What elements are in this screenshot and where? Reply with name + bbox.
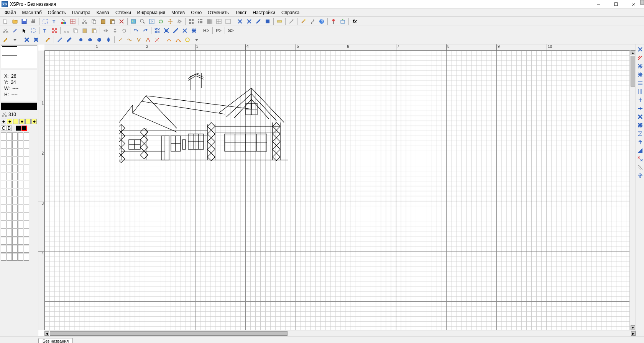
current-color-swatch[interactable] <box>1 103 37 110</box>
palette-cell[interactable] <box>7 181 12 188</box>
palette-cell[interactable] <box>7 157 12 164</box>
palette-cell[interactable] <box>1 165 6 172</box>
zoom-fit-button[interactable] <box>148 17 156 26</box>
r-stitch-star-sq[interactable] <box>637 71 644 78</box>
palette-cell[interactable] <box>24 157 29 164</box>
palette-cell[interactable] <box>7 245 12 253</box>
palette-cell[interactable] <box>12 197 18 204</box>
palette-cell[interactable] <box>12 245 18 253</box>
palette-cell[interactable] <box>12 237 18 245</box>
flip-v-button[interactable] <box>111 26 119 35</box>
palette-cell[interactable] <box>12 213 18 220</box>
undo-button[interactable] <box>132 26 140 35</box>
menu-undo[interactable]: Отменить <box>205 9 232 16</box>
copy2-button[interactable] <box>71 26 80 35</box>
grid-med-button[interactable] <box>196 17 205 26</box>
palette-cell[interactable] <box>24 205 29 212</box>
palette-cell[interactable] <box>7 237 12 245</box>
palette-cell[interactable] <box>1 253 6 261</box>
palette-cell[interactable] <box>12 173 18 180</box>
menu-window[interactable]: Окно <box>188 9 205 16</box>
menu-text[interactable]: Текст <box>232 9 250 16</box>
palette-cell[interactable] <box>1 140 6 148</box>
backstitch-thick-button[interactable] <box>65 36 73 44</box>
ruler-toggle-button[interactable] <box>275 17 284 26</box>
palette-cell[interactable] <box>18 173 23 180</box>
rect-select-button[interactable] <box>29 26 38 35</box>
palette-cell[interactable] <box>1 173 6 180</box>
export-button[interactable] <box>338 17 347 26</box>
function-button[interactable]: fx <box>350 17 359 26</box>
scroll-left-arrow[interactable]: ◀ <box>44 331 49 336</box>
menu-settings[interactable]: Настройки <box>250 9 278 16</box>
cursor-button[interactable] <box>20 26 28 35</box>
palette-cell[interactable] <box>7 140 12 148</box>
palette-cell[interactable] <box>1 181 6 188</box>
new-file-button[interactable] <box>2 17 10 26</box>
palette-cell[interactable] <box>18 197 23 204</box>
menu-area[interactable]: Область <box>45 9 69 16</box>
bead-button[interactable] <box>86 36 94 44</box>
scroll-thumb-v[interactable] <box>631 56 635 87</box>
circle-outline-button[interactable] <box>183 36 192 44</box>
stitch1-button[interactable] <box>153 26 161 35</box>
wand-button[interactable] <box>299 17 307 26</box>
palette-cell[interactable] <box>24 149 29 156</box>
grid-outline-button[interactable] <box>215 17 223 26</box>
r-stitch-hourglass[interactable] <box>637 130 644 137</box>
stitch3-button[interactable] <box>171 26 180 35</box>
palette-cell[interactable] <box>24 245 29 253</box>
image-button[interactable] <box>129 17 138 26</box>
palette-cell[interactable] <box>18 189 23 196</box>
palette-cell[interactable] <box>18 132 23 140</box>
zoom-button[interactable] <box>138 17 147 26</box>
special4-button[interactable] <box>144 36 152 44</box>
palette-cell[interactable] <box>7 253 12 261</box>
palette-cell[interactable] <box>1 245 6 253</box>
stitch4-button[interactable] <box>181 26 189 35</box>
stitch-type-3[interactable] <box>13 119 18 124</box>
palette-cell[interactable] <box>7 165 12 172</box>
paste-special-button[interactable] <box>108 17 117 26</box>
menu-motif[interactable]: Мотив <box>168 9 188 16</box>
stitch-diag-button[interactable] <box>254 17 263 26</box>
palette-cell[interactable] <box>24 197 29 204</box>
palette-cell[interactable] <box>12 189 18 196</box>
scroll-thumb-h[interactable] <box>50 331 288 336</box>
copy-button[interactable] <box>90 17 98 26</box>
r-stitch-up[interactable] <box>637 139 644 145</box>
refresh-button[interactable] <box>157 17 165 26</box>
menu-palette[interactable]: Палитра <box>69 9 94 16</box>
design-canvas[interactable] <box>44 51 629 330</box>
bead-round-button[interactable] <box>95 36 104 44</box>
r-stitch-cols[interactable] <box>637 88 644 95</box>
palette-cell[interactable] <box>18 237 23 245</box>
palette-cell[interactable] <box>1 205 6 212</box>
palette-cell[interactable] <box>1 213 6 220</box>
stitch-type-2[interactable]: ◆ <box>7 119 12 124</box>
palette-cell[interactable] <box>18 140 23 148</box>
palette-cell[interactable] <box>24 132 29 140</box>
flip-h-button[interactable] <box>102 26 110 35</box>
stitch-type-5[interactable] <box>25 119 31 124</box>
palette-cell[interactable] <box>18 149 23 156</box>
cross-outline-button[interactable] <box>32 36 40 44</box>
stitch-type-1[interactable]: ◆ <box>1 119 6 124</box>
grid-tool-button[interactable] <box>69 17 77 26</box>
palette-cell[interactable] <box>12 132 18 140</box>
r-stitch-star8[interactable] <box>637 63 644 70</box>
palette-cell[interactable] <box>7 213 12 220</box>
curve1-button[interactable] <box>165 36 173 44</box>
palette-cell[interactable] <box>18 205 23 212</box>
grid-small-button[interactable] <box>205 17 214 26</box>
palette-cell[interactable] <box>24 181 29 188</box>
palette-cell[interactable] <box>18 245 23 253</box>
palette-cell[interactable] <box>24 229 29 237</box>
stitch-type-6[interactable]: ◆ <box>31 119 37 124</box>
special1-button[interactable] <box>116 36 125 44</box>
palette-cell[interactable] <box>18 221 23 229</box>
palette-cell[interactable] <box>18 157 23 164</box>
palette-cell[interactable] <box>7 229 12 237</box>
document-tab[interactable]: Без названия <box>38 338 73 343</box>
scrollbar-vertical[interactable]: ▲ ▼ <box>629 51 636 330</box>
